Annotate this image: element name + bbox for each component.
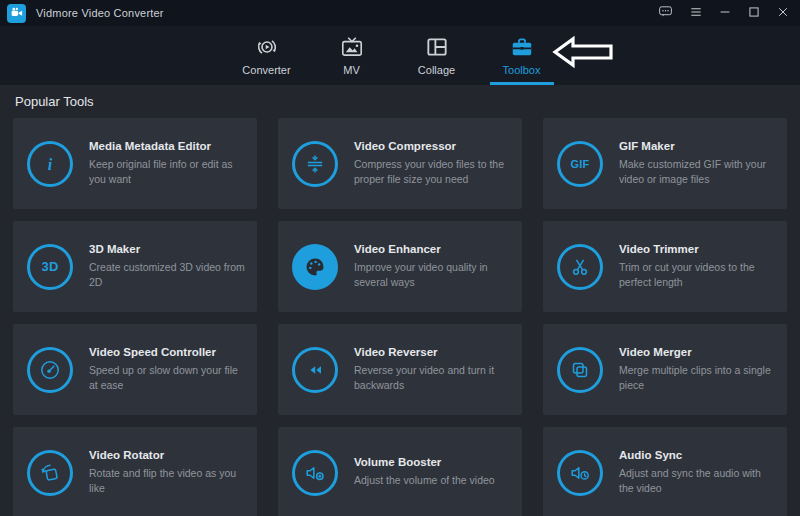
tool-title: Video Speed Controller [89,346,247,358]
tool-title: Video Reverser [354,346,512,358]
app-title: Vidmore Video Converter [36,7,164,19]
tab-converter[interactable]: Converter [237,26,297,85]
tool-description: Make customized GIF with your video or i… [619,157,777,187]
converter-icon [254,33,280,61]
tool-card-gif-maker[interactable]: GIFGIF MakerMake customized GIF with you… [543,118,787,209]
tool-title: Video Trimmer [619,243,777,255]
app-logo [7,4,26,23]
mv-icon [339,33,365,61]
palette-icon [292,244,338,290]
tool-card-video-compressor[interactable]: Video CompressorCompress your video file… [278,118,522,209]
volume-plus-icon [292,450,338,496]
speedometer-icon [27,347,73,393]
tool-description: Trim or cut your videos to the perfect l… [619,260,777,290]
tool-title: Audio Sync [619,449,777,461]
tool-description: Adjust and sync the audio with the video [619,466,777,496]
svg-text:i: i [48,155,53,172]
tool-card-audio-sync[interactable]: Audio SyncAdjust and sync the audio with… [543,427,787,516]
tool-description: Keep original file info or edit as you w… [89,157,247,187]
minimize-icon [718,5,732,22]
tool-card-video-enhancer[interactable]: Video EnhancerImprove your video quality… [278,221,522,312]
tab-label: Collage [418,64,455,76]
tool-description: Speed up or slow down your file at ease [89,363,247,393]
titlebar: Vidmore Video Converter [0,0,800,26]
tab-label: Toolbox [503,64,541,76]
tool-title: Video Merger [619,346,777,358]
tool-title: Video Compressor [354,140,512,152]
toolbox-icon [509,33,535,61]
tool-card-video-speed-controller[interactable]: Video Speed ControllerSpeed up or slow d… [13,324,257,415]
tool-description: Improve your video quality in several wa… [354,260,512,290]
close-button[interactable] [776,5,790,22]
tab-label: MV [343,64,360,76]
rewind-icon [292,347,338,393]
gif-badge-icon: GIF [557,141,603,187]
window-controls [657,4,790,22]
arrow-left-icon [552,34,614,70]
minimize-button[interactable] [718,5,732,22]
feedback-icon [657,4,674,22]
tool-card-video-reverser[interactable]: Video ReverserReverse your video and tur… [278,324,522,415]
info-icon: i [27,141,73,187]
tool-title: Media Metadata Editor [89,140,247,152]
tab-mv[interactable]: MV [322,26,382,85]
tool-title: Video Enhancer [354,243,512,255]
tool-title: GIF Maker [619,140,777,152]
tool-title: Video Rotator [89,449,247,461]
menu-button[interactable] [689,5,703,22]
tool-card-media-metadata-editor[interactable]: iMedia Metadata EditorKeep original file… [13,118,257,209]
tab-label: Converter [242,64,290,76]
audio-sync-icon [557,450,603,496]
maximize-button[interactable] [747,5,761,22]
rotate-icon [27,450,73,496]
tool-description: Rotate and flip the video as you like [89,466,247,496]
tools-grid: iMedia Metadata EditorKeep original file… [13,118,787,516]
tab-toolbox[interactable]: Toolbox [492,26,552,85]
tool-description: Merge multiple clips into a single piece [619,363,777,393]
tabs-group: ConverterMVCollageToolbox [237,26,552,85]
page-title: Popular Tools [15,94,787,109]
tab-collage[interactable]: Collage [407,26,467,85]
tool-card-video-trimmer[interactable]: Video TrimmerTrim or cut your videos to … [543,221,787,312]
close-icon [776,5,790,22]
tool-title: 3D Maker [89,243,247,255]
feedback-button[interactable] [657,4,674,22]
compress-icon [292,141,338,187]
main-navigation: ConverterMVCollageToolbox [0,26,800,85]
tool-description: Reverse your video and turn it backwards [354,363,512,393]
tool-description: Create customized 3D video from 2D [89,260,247,290]
toolbox-panel: Popular Tools iMedia Metadata EditorKeep… [0,85,800,516]
hamburger-icon [689,5,703,22]
tool-description: Adjust the volume of the video [354,473,495,488]
tool-card-volume-booster[interactable]: Volume BoosterAdjust the volume of the v… [278,427,522,516]
3d-badge-icon: 3D [27,244,73,290]
tool-title: Volume Booster [354,456,495,468]
scissors-icon [557,244,603,290]
maximize-icon [747,5,761,22]
tool-card-video-rotator[interactable]: Video RotatorRotate and flip the video a… [13,427,257,516]
tool-description: Compress your video files to the proper … [354,157,512,187]
collage-icon [424,33,450,61]
tool-card-3d-maker[interactable]: 3D3D MakerCreate customized 3D video fro… [13,221,257,312]
merge-icon [557,347,603,393]
tool-card-video-merger[interactable]: Video MergerMerge multiple clips into a … [543,324,787,415]
